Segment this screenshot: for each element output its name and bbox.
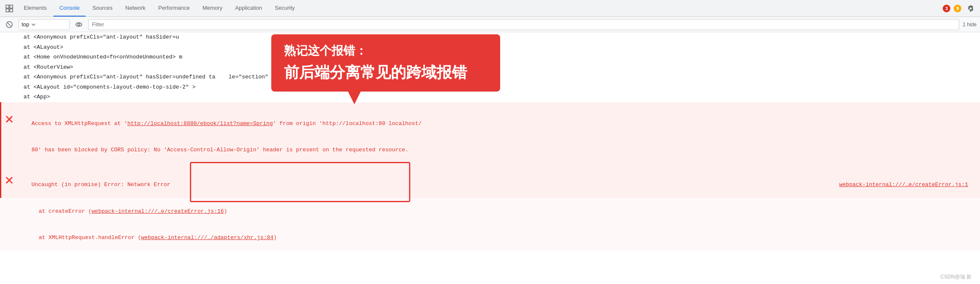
error-icon-2: ❌ bbox=[6, 176, 13, 185]
watermark: CSDN@瑞 新 bbox=[940, 273, 972, 281]
context-selector[interactable]: top bbox=[19, 19, 70, 30]
devtools-tabbar: Elements Console Sources Network Perform… bbox=[0, 0, 980, 17]
eye-icon bbox=[75, 21, 82, 28]
console-content: at <Anonymous prefixCls="ant-layout" has… bbox=[0, 32, 980, 284]
callout-subtitle: 前后端分离常见的跨域报错 bbox=[284, 62, 487, 83]
svg-rect-1 bbox=[10, 5, 13, 8]
console-toolbar: top 1 hide bbox=[0, 17, 980, 32]
cors-url-link[interactable]: http://localhost:8880/ebook/list?name=Sp… bbox=[127, 120, 273, 127]
clear-icon bbox=[6, 21, 13, 28]
webpack-error-link[interactable]: webpack-internal:///…e/createError.js:1 bbox=[839, 181, 968, 188]
tab-elements[interactable]: Elements bbox=[18, 0, 53, 17]
warning-badge: 9 bbox=[954, 5, 961, 12]
callout-box: 熟记这个报错： 前后端分离常见的跨域报错 bbox=[271, 34, 500, 92]
error-badge: 3 bbox=[943, 5, 950, 12]
tab-more-area: 3 9 bbox=[943, 3, 977, 14]
eye-button[interactable] bbox=[73, 19, 85, 31]
stack-trace-line-7: at <App> bbox=[0, 92, 980, 102]
xhr-handle-error-stack: at XMLHttpRequest.handleError (webpack-i… bbox=[0, 225, 980, 251]
create-error-stack: at createError (webpack-internal:///…e/c… bbox=[0, 198, 980, 225]
uncaught-error-line: ❌ Uncaught (in promise) Error: Network E… bbox=[0, 163, 980, 198]
tab-network[interactable]: Network bbox=[120, 0, 152, 17]
error-icon-1: ❌ bbox=[6, 115, 13, 124]
tab-performance[interactable]: Performance bbox=[152, 0, 195, 17]
context-label: top bbox=[22, 21, 29, 28]
svg-rect-2 bbox=[6, 9, 9, 12]
xhr-link[interactable]: webpack-internal:///…/adapters/xhr.js:84 bbox=[141, 234, 273, 241]
settings-button[interactable] bbox=[965, 3, 977, 14]
svg-rect-3 bbox=[10, 9, 13, 12]
inspect-icon[interactable] bbox=[3, 3, 15, 14]
svg-point-7 bbox=[78, 23, 80, 25]
hidden-count: 1 hide bbox=[963, 22, 977, 28]
tab-security[interactable]: Security bbox=[269, 0, 301, 17]
svg-line-5 bbox=[8, 23, 11, 26]
svg-rect-0 bbox=[6, 5, 9, 8]
gear-icon bbox=[967, 5, 974, 12]
tab-application[interactable]: Application bbox=[229, 0, 268, 17]
clear-console-button[interactable] bbox=[3, 19, 15, 31]
tab-sources[interactable]: Sources bbox=[86, 0, 119, 17]
cors-error-line-1: ❌ Access to XMLHttpRequest at 'http://lo… bbox=[0, 102, 980, 137]
tab-console[interactable]: Console bbox=[53, 0, 86, 17]
filter-input[interactable] bbox=[88, 19, 959, 30]
tab-memory[interactable]: Memory bbox=[197, 0, 228, 17]
cors-error-line-2: 80' has been blocked by CORS policy: No … bbox=[0, 137, 980, 164]
chevron-down-icon bbox=[31, 22, 36, 27]
create-error-link[interactable]: webpack-internal:///…e/createError.js:16 bbox=[92, 208, 224, 214]
callout-title: 熟记这个报错： bbox=[284, 43, 487, 59]
